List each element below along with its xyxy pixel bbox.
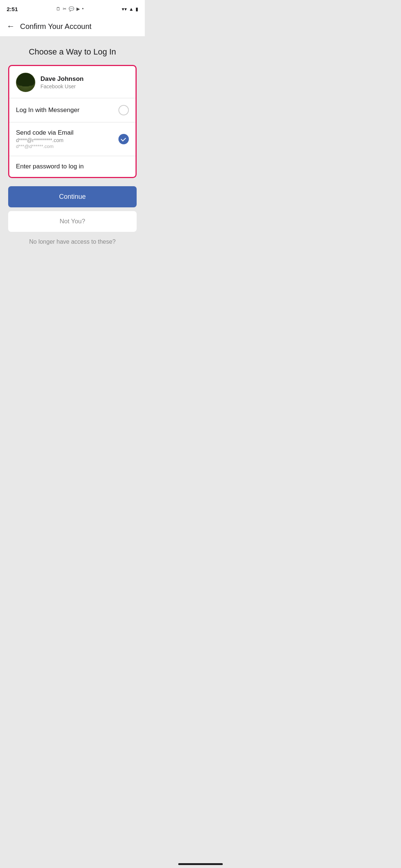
user-profile-row: Dave Johnson Facebook User (9, 66, 136, 98)
option-password-label-container: Enter password to log in (16, 163, 84, 170)
status-time: 2:51 (7, 6, 18, 12)
not-you-button[interactable]: Not You? (8, 211, 137, 232)
no-access-text[interactable]: No longer have access to these? (8, 239, 137, 245)
messenger-label: Log In with Messenger (16, 106, 79, 114)
option-password[interactable]: Enter password to log in (9, 156, 136, 177)
scissors-icon: ✂ (63, 6, 66, 11)
bottom-area (0, 253, 145, 401)
password-label: Enter password to log in (16, 163, 84, 170)
signal-icon: ▲ (129, 6, 134, 12)
battery-icon: ▮ (136, 6, 138, 12)
whatsapp-icon: 💬 (69, 6, 74, 11)
status-right-icons: ▾▾ ▲ ▮ (122, 6, 138, 12)
back-button[interactable]: ← (7, 22, 15, 31)
option-email[interactable]: Send code via Email d****@r*********.com… (9, 122, 136, 156)
continue-button[interactable]: Continue (8, 186, 137, 207)
option-email-label-container: Send code via Email d****@r*********.com… (16, 129, 74, 149)
option-messenger-label-text: Log In with Messenger (16, 106, 79, 114)
youtube-icon: ▶ (76, 6, 80, 11)
status-bar: 2:51 🗒 ✂ 💬 ▶ • ▾▾ ▲ ▮ (0, 0, 145, 16)
page-heading: Choose a Way to Log In (8, 47, 137, 57)
messenger-radio[interactable] (118, 105, 129, 115)
option-messenger[interactable]: Log In with Messenger (9, 98, 136, 122)
wifi-icon: ▾▾ (122, 6, 127, 12)
main-content: Choose a Way to Log In Dave Johnson Face… (0, 37, 145, 253)
top-nav: ← Confirm Your Account (0, 16, 145, 37)
notification-icon: 🗒 (56, 6, 61, 11)
email-label: Send code via Email (16, 129, 74, 137)
options-card: Dave Johnson Facebook User Log In with M… (8, 65, 137, 178)
user-subtitle: Facebook User (40, 83, 84, 89)
avatar-image (16, 73, 35, 92)
avatar (16, 73, 35, 92)
email-address1: d****@r*********.com (16, 137, 74, 143)
email-address2: d***@d******.com (16, 144, 74, 149)
email-radio-selected[interactable] (118, 134, 129, 144)
nav-title: Confirm Your Account (20, 22, 91, 31)
user-name: Dave Johnson (40, 75, 84, 83)
dot-icon: • (82, 6, 84, 11)
status-left-icons: 🗒 ✂ 💬 ▶ • (56, 6, 84, 11)
user-info: Dave Johnson Facebook User (40, 75, 84, 89)
